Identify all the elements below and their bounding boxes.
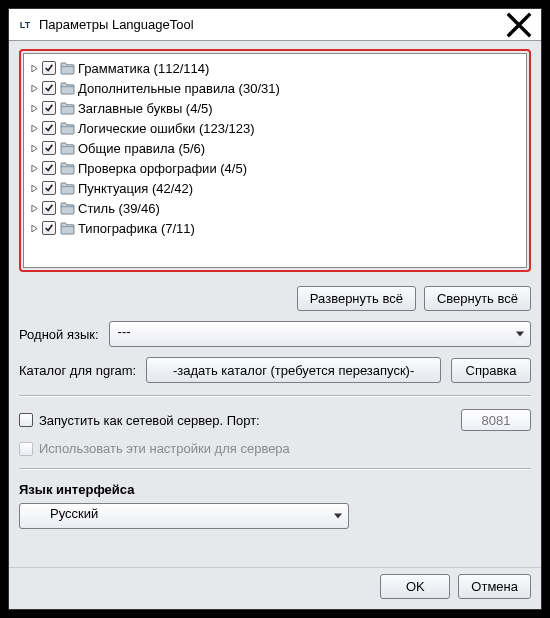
rule-label: Общие правила (5/6) (78, 141, 205, 156)
rule-label: Заглавные буквы (4/5) (78, 101, 213, 116)
folder-icon (59, 100, 75, 116)
folder-icon (60, 202, 75, 215)
chevron-right-icon (31, 185, 38, 192)
rule-label: Стиль (39/46) (78, 201, 160, 216)
disclosure-triangle[interactable] (30, 224, 39, 233)
titlebar: LT Параметры LanguageTool (9, 9, 541, 41)
tree-row[interactable]: Грамматика (112/114) (26, 58, 524, 78)
folder-icon (59, 220, 75, 236)
checkmark-icon (44, 63, 54, 73)
ngram-dir-button[interactable]: -задать каталог (требуется перезапуск)- (146, 357, 441, 383)
tree-row[interactable]: Проверка орфографии (4/5) (26, 158, 524, 178)
tree-row[interactable]: Логические ошибки (123/123) (26, 118, 524, 138)
ok-button[interactable]: OK (380, 574, 450, 599)
expand-all-button[interactable]: Развернуть всё (297, 286, 416, 311)
rule-checkbox[interactable] (42, 161, 56, 175)
folder-icon (60, 62, 75, 75)
chevron-right-icon (31, 205, 38, 212)
folder-icon (59, 120, 75, 136)
rule-checkbox[interactable] (42, 181, 56, 195)
ui-language-select[interactable]: Русский (19, 503, 349, 529)
folder-icon (60, 122, 75, 135)
chevron-right-icon (31, 105, 38, 112)
rule-checkbox[interactable] (42, 141, 56, 155)
folder-icon (60, 182, 75, 195)
rules-tree[interactable]: Грамматика (112/114)Дополнительные прави… (23, 53, 527, 268)
rule-label: Логические ошибки (123/123) (78, 121, 255, 136)
dialog-window: LT Параметры LanguageTool Грамматика (11… (8, 8, 542, 610)
checkmark-icon (44, 83, 54, 93)
ngram-dir-label: Каталог для ngram: (19, 363, 136, 378)
chevron-right-icon (31, 145, 38, 152)
tree-row[interactable]: Стиль (39/46) (26, 198, 524, 218)
run-server-checkbox[interactable] (19, 413, 33, 427)
folder-icon (59, 160, 75, 176)
rule-checkbox[interactable] (42, 61, 56, 75)
checkmark-icon (44, 143, 54, 153)
folder-icon (60, 162, 75, 175)
folder-icon (59, 180, 75, 196)
folder-icon (60, 82, 75, 95)
disclosure-triangle[interactable] (30, 64, 39, 73)
separator (19, 468, 531, 470)
rule-checkbox[interactable] (42, 101, 56, 115)
checkmark-icon (44, 123, 54, 133)
close-button[interactable] (505, 11, 533, 39)
tree-row[interactable]: Типографика (7/11) (26, 218, 524, 238)
window-title: Параметры LanguageTool (39, 17, 194, 32)
ui-language-heading: Язык интерфейса (19, 482, 531, 497)
rule-checkbox[interactable] (42, 201, 56, 215)
chevron-right-icon (31, 125, 38, 132)
checkmark-icon (44, 103, 54, 113)
rules-tree-highlight: Грамматика (112/114)Дополнительные прави… (19, 49, 531, 272)
chevron-right-icon (31, 225, 38, 232)
close-icon (505, 11, 533, 39)
disclosure-triangle[interactable] (30, 204, 39, 213)
rule-checkbox[interactable] (42, 221, 56, 235)
use-server-settings-label: Использовать эти настройки для сервера (39, 441, 290, 456)
help-button[interactable]: Справка (451, 358, 531, 383)
cancel-button[interactable]: Отмена (458, 574, 531, 599)
chevron-right-icon (31, 65, 38, 72)
run-server-label: Запустить как сетевой сервер. Порт: (39, 413, 260, 428)
folder-icon (59, 200, 75, 216)
disclosure-triangle[interactable] (30, 104, 39, 113)
disclosure-triangle[interactable] (30, 184, 39, 193)
folder-icon (59, 80, 75, 96)
checkmark-icon (44, 223, 54, 233)
folder-icon (59, 60, 75, 76)
separator (19, 395, 531, 397)
port-input[interactable] (461, 409, 531, 431)
native-language-select[interactable]: --- (109, 321, 531, 347)
folder-icon (60, 222, 75, 235)
use-server-settings-checkbox (19, 442, 33, 456)
checkmark-icon (44, 183, 54, 193)
rule-label: Проверка орфографии (4/5) (78, 161, 247, 176)
disclosure-triangle[interactable] (30, 84, 39, 93)
chevron-right-icon (31, 165, 38, 172)
folder-icon (60, 142, 75, 155)
tree-row[interactable]: Дополнительные правила (30/31) (26, 78, 524, 98)
rule-label: Грамматика (112/114) (78, 61, 209, 76)
chevron-right-icon (31, 85, 38, 92)
disclosure-triangle[interactable] (30, 144, 39, 153)
checkmark-icon (44, 203, 54, 213)
rule-label: Типографика (7/11) (78, 221, 195, 236)
disclosure-triangle[interactable] (30, 124, 39, 133)
rule-label: Дополнительные правила (30/31) (78, 81, 280, 96)
rule-checkbox[interactable] (42, 121, 56, 135)
app-icon: LT (17, 17, 33, 33)
disclosure-triangle[interactable] (30, 164, 39, 173)
folder-icon (59, 140, 75, 156)
collapse-all-button[interactable]: Свернуть всё (424, 286, 531, 311)
native-language-label: Родной язык: (19, 327, 99, 342)
tree-row[interactable]: Заглавные буквы (4/5) (26, 98, 524, 118)
checkmark-icon (44, 163, 54, 173)
tree-row[interactable]: Пунктуация (42/42) (26, 178, 524, 198)
rule-label: Пунктуация (42/42) (78, 181, 193, 196)
tree-row[interactable]: Общие правила (5/6) (26, 138, 524, 158)
folder-icon (60, 102, 75, 115)
rule-checkbox[interactable] (42, 81, 56, 95)
